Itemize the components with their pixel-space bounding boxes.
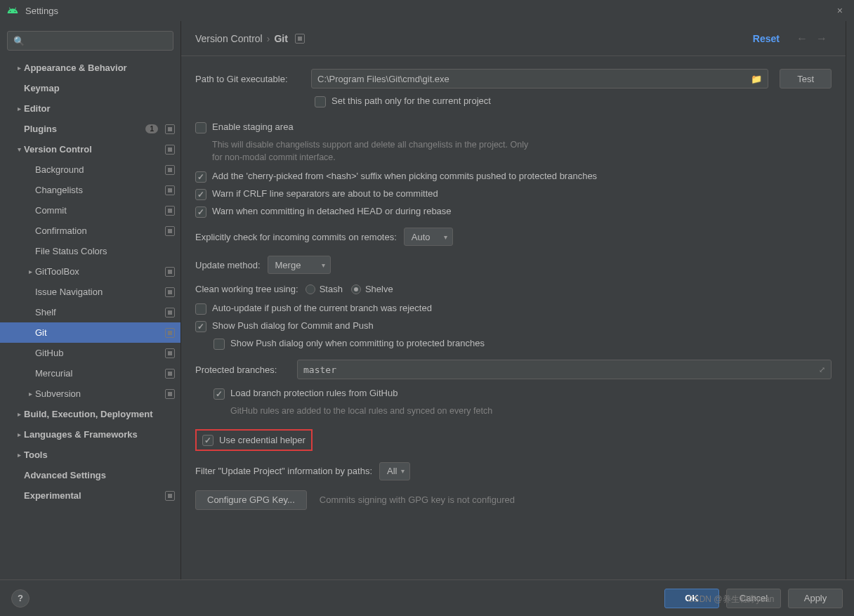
sidebar-item-version-control[interactable]: Version Control [0,139,180,159]
expand-icon[interactable]: ⤢ [819,365,825,374]
cherry-pick-checkbox[interactable] [195,171,206,183]
git-path-label: Path to Git executable: [195,74,311,84]
scope-icon [165,491,175,501]
cancel-button[interactable]: Cancel CSDN @养生程序yuan [726,589,781,608]
settings-tree: Appearance & BehaviorKeymapEditorPlugins… [0,58,180,579]
scrollbar[interactable] [846,21,854,579]
scope-icon [165,348,175,358]
sidebar-item-label: Issue Navigation [35,287,162,297]
show-push-checkbox[interactable] [195,321,206,332]
sidebar-item-experimental[interactable]: Experimental [0,485,180,506]
warn-crlf-label: Warn if CRLF line separators are about t… [212,188,438,199]
ok-button[interactable]: OK [664,589,719,608]
enable-staging-checkbox[interactable] [195,122,206,133]
sidebar-item-git[interactable]: Git [0,322,180,343]
sidebar-item-label: Changelists [35,185,162,195]
sidebar-item-label: Languages & Frameworks [24,429,175,440]
configure-gpg-button[interactable]: Configure GPG Key... [195,490,307,510]
breadcrumb: Version Control › Git [195,33,753,44]
sidebar-item-label: Commit [35,205,162,216]
sidebar-item-shelf[interactable]: Shelf [0,302,180,322]
warn-detached-checkbox[interactable] [195,207,206,218]
dialog-footer: ? OK Cancel CSDN @养生程序yuan Apply [0,579,854,616]
sidebar-item-subversion[interactable]: Subversion [0,384,180,404]
sidebar-item-label: GitHub [35,348,162,358]
explicit-check-label: Explicitly check for incoming commits on… [195,232,397,242]
sidebar-item-appearance-behavior[interactable]: Appearance & Behavior [0,58,180,78]
sidebar-item-editor[interactable]: Editor [0,98,180,119]
auto-update-label: Auto-update if push of the current branc… [212,303,432,313]
scope-icon [165,145,175,155]
nav-forward-icon[interactable]: → [812,32,832,45]
sidebar-item-label: GitToolBox [35,266,162,277]
chevron-icon [14,410,24,418]
breadcrumb-sep: › [267,33,270,44]
sidebar-item-issue-navigation[interactable]: Issue Navigation [0,282,180,302]
sidebar-item-label: Keymap [24,83,175,93]
sidebar-item-background[interactable]: Background [0,159,180,180]
scope-icon [165,369,175,379]
window-title: Settings [25,6,833,16]
git-path-input[interactable]: C:\Program Files\Git\cmd\git.exe 📁 [311,69,768,89]
search-input[interactable]: 🔍 [7,31,173,51]
sidebar-item-plugins[interactable]: Plugins1 [0,119,180,139]
sidebar-item-file-status-colors[interactable]: File Status Colors [0,241,180,261]
sidebar-item-label: Mercurial [35,368,162,379]
auto-update-checkbox[interactable] [195,303,206,315]
scope-icon [165,165,175,175]
show-push-protected-checkbox[interactable] [214,339,225,350]
sidebar-item-keymap[interactable]: Keymap [0,78,180,98]
nav-back-icon[interactable]: ← [792,32,812,45]
sidebar-item-advanced-settings[interactable]: Advanced Settings [0,465,180,485]
scope-icon [165,389,175,399]
explicit-check-dropdown[interactable]: Auto [404,228,453,246]
sidebar-item-label: Subversion [35,388,162,399]
sidebar-item-github[interactable]: GitHub [0,343,180,363]
sidebar-item-gittoolbox[interactable]: GitToolBox [0,261,180,282]
protected-branches-input[interactable]: master ⤢ [297,360,832,379]
stash-radio[interactable]: Stash [306,284,343,294]
set-path-current-checkbox[interactable] [315,96,326,107]
enable-staging-note: This will disable changelists support an… [212,139,535,164]
warn-crlf-checkbox[interactable] [195,189,206,200]
filter-paths-dropdown[interactable]: All [379,462,410,480]
use-credential-checkbox[interactable] [202,435,214,446]
chevron-icon [14,105,24,112]
apply-button[interactable]: Apply [788,589,843,608]
sidebar-item-commit[interactable]: Commit [0,200,180,221]
breadcrumb-bar: Version Control › Git Reset ← → [181,21,846,56]
scope-icon [165,267,175,277]
sidebar: 🔍 Appearance & BehaviorKeymapEditorPlugi… [0,21,181,579]
close-button[interactable]: × [833,5,847,16]
protected-branches-label: Protected branches: [195,365,290,375]
chevron-icon [25,268,35,275]
load-branch-protection-checkbox[interactable] [214,388,225,400]
sidebar-item-tools[interactable]: Tools [0,445,180,465]
gpg-note: Commits signing with GPG key is not conf… [320,494,515,505]
help-button[interactable]: ? [11,589,29,608]
sidebar-item-label: Shelf [35,307,162,317]
test-button[interactable]: Test [780,69,832,89]
sidebar-item-label: Experimental [24,490,162,501]
scope-icon [165,226,175,236]
scope-icon [165,206,175,216]
folder-icon[interactable]: 📁 [751,74,762,84]
sidebar-item-label: Advanced Settings [24,470,175,480]
sidebar-item-languages-frameworks[interactable]: Languages & Frameworks [0,424,180,445]
use-credential-label: Use credential helper [219,435,306,445]
sidebar-item-mercurial[interactable]: Mercurial [0,363,180,384]
shelve-radio[interactable]: Shelve [351,284,393,294]
breadcrumb-parent[interactable]: Version Control [195,33,263,44]
load-branch-protection-label: Load branch protection rules from GitHub [230,388,398,398]
chevron-icon [14,64,24,72]
warn-detached-label: Warn when committing in detached HEAD or… [212,206,452,216]
sidebar-item-build-execution-deployment[interactable]: Build, Execution, Deployment [0,404,180,424]
sidebar-item-confirmation[interactable]: Confirmation [0,221,180,241]
reset-link[interactable]: Reset [753,33,780,44]
sidebar-item-label: Confirmation [35,225,162,236]
sidebar-item-changelists[interactable]: Changelists [0,180,180,200]
show-push-protected-label: Show Push dialog only when committing to… [230,338,485,348]
chevron-icon [14,431,24,438]
set-path-current-label: Set this path only for the current proje… [331,96,491,106]
update-method-dropdown[interactable]: Merge [268,256,331,274]
